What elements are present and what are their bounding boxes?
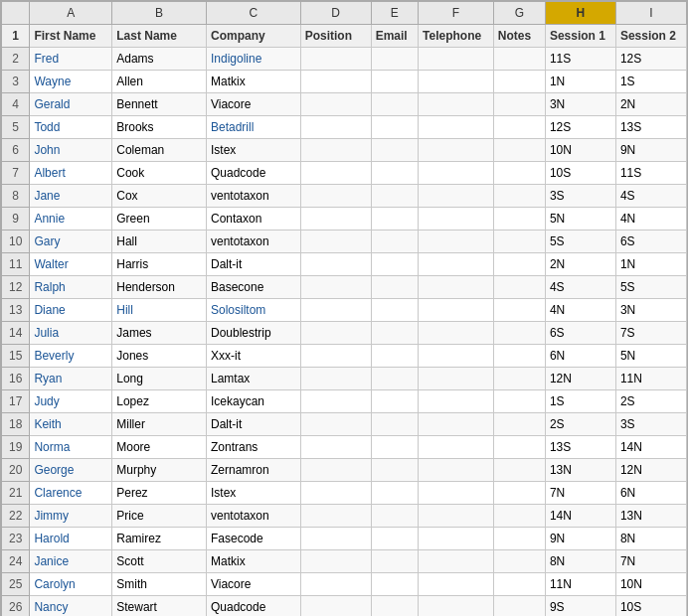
col-header-E[interactable]: E <box>371 2 418 25</box>
cell-session1[interactable]: 9N <box>545 528 615 550</box>
cell-position[interactable] <box>300 93 371 116</box>
cell-session1[interactable]: 6N <box>545 345 615 368</box>
cell-telephone[interactable] <box>419 231 494 253</box>
col-header-B[interactable]: B <box>112 2 207 25</box>
cell-lastname[interactable]: Coleman <box>112 139 207 162</box>
cell-session2[interactable]: 10S <box>615 596 686 617</box>
cell-session2[interactable]: 1N <box>615 253 686 276</box>
cell-lastname[interactable]: Scott <box>112 550 207 573</box>
cell-notes[interactable] <box>493 459 545 482</box>
cell-session2[interactable]: 4S <box>615 185 686 208</box>
col-header-D[interactable]: D <box>300 2 371 25</box>
cell-lastname[interactable]: Henderson <box>112 276 207 299</box>
cell-company[interactable]: Lamtax <box>206 368 300 390</box>
cell-company[interactable]: Dalt-it <box>206 253 300 276</box>
cell-session1[interactable]: 13N <box>545 459 615 482</box>
cell-telephone[interactable] <box>419 528 494 550</box>
cell-company[interactable]: ventotaxon <box>206 231 300 253</box>
cell-firstname[interactable]: Norma <box>30 436 112 459</box>
cell-session1[interactable]: 1S <box>545 390 615 413</box>
cell-notes[interactable] <box>493 253 545 276</box>
cell-email[interactable] <box>371 528 418 550</box>
cell-company[interactable]: Matkix <box>206 550 300 573</box>
cell-telephone[interactable] <box>419 48 494 71</box>
cell-email[interactable] <box>371 162 418 185</box>
cell-telephone[interactable] <box>419 550 494 573</box>
cell-session1[interactable]: 1N <box>545 71 615 93</box>
cell-lastname[interactable]: Bennett <box>112 93 207 116</box>
cell-lastname[interactable]: Hall <box>112 231 207 253</box>
cell-company[interactable]: Betadrill <box>206 116 300 139</box>
cell-position[interactable] <box>300 436 371 459</box>
cell-company[interactable]: Solosiltom <box>206 299 300 322</box>
cell-firstname[interactable]: Wayne <box>30 71 112 93</box>
cell-email[interactable] <box>371 390 418 413</box>
cell-firstname[interactable]: Gerald <box>30 93 112 116</box>
col-header-G[interactable]: G <box>493 2 545 25</box>
cell-lastname[interactable]: Smith <box>112 573 207 596</box>
cell-firstname[interactable]: Carolyn <box>30 573 112 596</box>
cell-company[interactable]: Quadcode <box>206 162 300 185</box>
cell-session1[interactable]: 8N <box>545 550 615 573</box>
cell-position[interactable] <box>300 573 371 596</box>
cell-session2[interactable]: 9N <box>615 139 686 162</box>
cell-lastname[interactable]: Cox <box>112 185 207 208</box>
cell-company[interactable]: Zernamron <box>206 459 300 482</box>
cell-telephone[interactable] <box>419 162 494 185</box>
cell-notes[interactable] <box>493 276 545 299</box>
cell-telephone[interactable] <box>419 253 494 276</box>
cell-position[interactable] <box>300 231 371 253</box>
cell-session1[interactable]: 5N <box>545 208 615 231</box>
cell-firstname[interactable]: Julia <box>30 322 112 345</box>
cell-email[interactable] <box>371 459 418 482</box>
cell-company[interactable]: Indigoline <box>206 48 300 71</box>
cell-position[interactable] <box>300 48 371 71</box>
cell-notes[interactable] <box>493 390 545 413</box>
cell-session2[interactable]: 7N <box>615 550 686 573</box>
cell-session1[interactable]: 6S <box>545 322 615 345</box>
cell-position[interactable] <box>300 459 371 482</box>
cell-notes[interactable] <box>493 482 545 505</box>
cell-company[interactable]: Istex <box>206 482 300 505</box>
cell-position[interactable] <box>300 116 371 139</box>
cell-session2[interactable]: 2N <box>615 93 686 116</box>
cell-notes[interactable] <box>493 162 545 185</box>
cell-notes[interactable] <box>493 322 545 345</box>
cell-notes[interactable] <box>493 185 545 208</box>
cell-telephone[interactable] <box>419 573 494 596</box>
cell-email[interactable] <box>371 299 418 322</box>
cell-session1[interactable]: 4N <box>545 299 615 322</box>
cell-position[interactable] <box>300 139 371 162</box>
cell-telephone[interactable] <box>419 596 494 617</box>
cell-session1[interactable]: 4S <box>545 276 615 299</box>
cell-session1[interactable]: 14N <box>545 505 615 528</box>
cell-position[interactable] <box>300 368 371 390</box>
cell-notes[interactable] <box>493 505 545 528</box>
cell-notes[interactable] <box>493 528 545 550</box>
cell-notes[interactable] <box>493 596 545 617</box>
cell-firstname[interactable]: John <box>30 139 112 162</box>
cell-telephone[interactable] <box>419 413 494 436</box>
cell-telephone[interactable] <box>419 482 494 505</box>
cell-position[interactable] <box>300 550 371 573</box>
cell-session1[interactable]: 10N <box>545 139 615 162</box>
cell-position[interactable] <box>300 413 371 436</box>
cell-lastname[interactable]: Hill <box>112 299 207 322</box>
cell-email[interactable] <box>371 505 418 528</box>
cell-email[interactable] <box>371 436 418 459</box>
cell-firstname[interactable]: Janice <box>30 550 112 573</box>
cell-session2[interactable]: 3S <box>615 413 686 436</box>
cell-session1[interactable]: 12S <box>545 116 615 139</box>
cell-company[interactable]: Contaxon <box>206 208 300 231</box>
cell-lastname[interactable]: Brooks <box>112 116 207 139</box>
cell-firstname[interactable]: Diane <box>30 299 112 322</box>
cell-position[interactable] <box>300 596 371 617</box>
cell-session2[interactable]: 2S <box>615 390 686 413</box>
cell-notes[interactable] <box>493 48 545 71</box>
cell-firstname[interactable]: Jane <box>30 185 112 208</box>
cell-notes[interactable] <box>493 231 545 253</box>
cell-email[interactable] <box>371 71 418 93</box>
cell-firstname[interactable]: Keith <box>30 413 112 436</box>
cell-firstname[interactable]: Ryan <box>30 368 112 390</box>
cell-lastname[interactable]: Adams <box>112 48 207 71</box>
